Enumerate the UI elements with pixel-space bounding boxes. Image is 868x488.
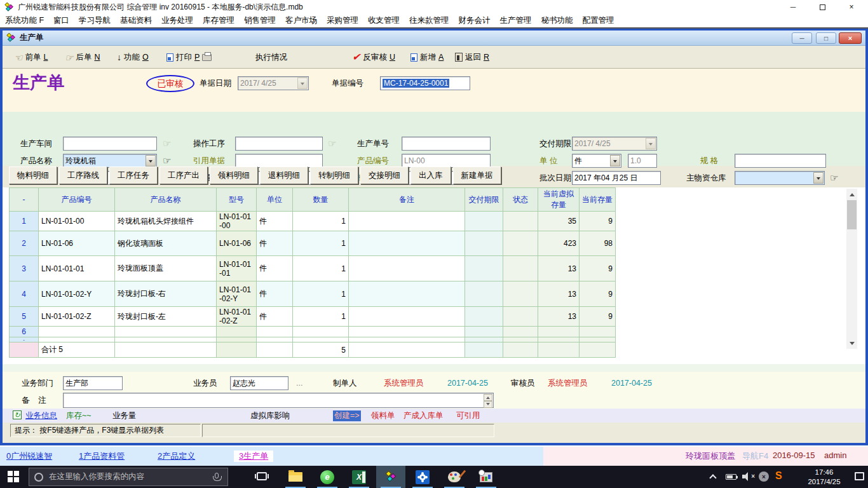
menu-item[interactable]: 系统功能 F <box>5 15 44 26</box>
menu-item[interactable]: 生产管理 <box>500 15 532 26</box>
return-button[interactable]: 返回R <box>455 50 489 64</box>
taskbar-erp-app[interactable] <box>376 466 405 488</box>
menu-item[interactable]: 业务处理 <box>161 15 193 26</box>
cell-product-name[interactable]: 玲珑封口板-左 <box>115 307 217 327</box>
cell-row-number[interactable]: 4 <box>10 281 39 307</box>
cell-unit[interactable]: 件 <box>257 231 293 256</box>
menu-item[interactable]: 库存管理 <box>203 15 234 26</box>
detail-tab[interactable]: 交接明细 <box>360 166 409 184</box>
warehouse-combo[interactable] <box>735 171 825 185</box>
unaudit-button[interactable]: ✔ 反审核U <box>352 50 395 64</box>
operation-input[interactable] <box>235 137 323 151</box>
cell-row-number[interactable]: 2 <box>10 231 39 256</box>
taskbar-search-box[interactable]: 在这里输入你要搜索的内容 <box>29 468 228 486</box>
column-header[interactable]: 产品名称 <box>115 188 217 212</box>
cell-qty[interactable]: 1 <box>293 307 349 327</box>
scroll-down-button[interactable] <box>846 338 857 349</box>
cell-unit[interactable]: 件 <box>257 212 293 231</box>
tray-x-circle-icon[interactable]: × <box>759 471 769 482</box>
operation-picker-hand-icon[interactable]: ☞ <box>328 137 336 151</box>
biz-info-link[interactable]: 业务信息 <box>25 410 57 421</box>
cell-note[interactable] <box>349 307 465 327</box>
cell-product-code[interactable]: LN-01-01-00 <box>39 212 115 231</box>
column-header[interactable]: 产品编号 <box>39 188 115 212</box>
cell-note[interactable] <box>349 327 465 337</box>
cell-qty[interactable]: 1 <box>293 281 349 307</box>
cell-product-name[interactable]: 玲珑机箱机头焊接组件 <box>115 212 217 231</box>
cell-deliver-date[interactable] <box>465 231 503 256</box>
cell-stock[interactable] <box>580 327 616 337</box>
dropdown-arrow-icon[interactable] <box>813 172 824 184</box>
menu-item[interactable]: 收支管理 <box>368 15 400 26</box>
column-header[interactable]: 单位 <box>257 188 293 212</box>
window-maximize-button[interactable]: □ <box>816 32 836 44</box>
app-close-button[interactable]: × <box>837 0 865 14</box>
cell-unit[interactable]: 件 <box>257 307 293 327</box>
cell-status[interactable] <box>503 231 538 256</box>
cell-virtual-stock[interactable]: 423 <box>538 231 580 256</box>
cell-row-number[interactable]: 5 <box>10 307 39 327</box>
cell-stock[interactable]: 9 <box>580 256 616 281</box>
finish-order-link[interactable]: 产成入库单 <box>403 410 444 421</box>
column-header[interactable]: 当前虚拟存量 <box>538 188 580 212</box>
cell-model[interactable]: LN-01-01-01 <box>217 256 257 281</box>
cell-virtual-stock[interactable]: 13 <box>538 281 580 307</box>
vertical-scrollbar[interactable] <box>846 189 857 349</box>
cell-deliver-date[interactable] <box>465 307 503 327</box>
cell-virtual-stock[interactable]: 35 <box>538 212 580 231</box>
cell-product-name[interactable] <box>115 327 217 337</box>
product-code-input[interactable]: LN-00 <box>402 154 491 168</box>
batch-date-input[interactable]: 2017 年04 月25 日 <box>572 171 661 185</box>
refresh-icon[interactable]: ↻ <box>13 410 22 419</box>
menu-item[interactable]: 学习导航 <box>79 15 111 26</box>
salesman-input[interactable]: 赵志光 <box>230 376 288 390</box>
menu-item[interactable]: 销售管理 <box>244 15 276 26</box>
table-row[interactable]: 2 LN-01-06 钢化玻璃面板 LN-01-06 件 1 423 98 <box>10 231 616 256</box>
create-label[interactable]: 创建=> <box>333 410 361 421</box>
detail-tab[interactable]: 工序产出 <box>159 166 208 184</box>
open-window-tab[interactable]: 2产品定义 <box>158 451 195 462</box>
tray-expand-icon[interactable] <box>709 474 716 481</box>
cell-qty[interactable]: 1 <box>293 231 349 256</box>
cell-note[interactable] <box>349 281 465 307</box>
spec-input[interactable] <box>735 154 826 168</box>
window-close-button[interactable]: × <box>839 32 862 44</box>
cell-stock[interactable]: 9 <box>580 281 616 307</box>
cell-product-code[interactable]: LN-01-01-01 <box>39 256 115 281</box>
cell-status[interactable] <box>503 327 538 337</box>
table-row[interactable]: 4 LN-01-01-02-Y 玲珑封口板-右 LN-01-01-02-Y 件 … <box>10 281 616 307</box>
taskbar-browser[interactable]: e <box>313 466 342 488</box>
cell-deliver-date[interactable] <box>465 327 503 337</box>
detail-tab[interactable]: 物料明细 <box>9 166 57 184</box>
column-header[interactable]: 型号 <box>217 188 257 212</box>
cell-product-name[interactable]: 钢化玻璃面板 <box>115 231 217 256</box>
detail-tab[interactable]: 工序任务 <box>109 166 158 184</box>
cell-model[interactable]: LN-01-06 <box>217 231 257 256</box>
note-spinner[interactable] <box>484 394 492 407</box>
cell-product-code[interactable]: LN-01-01-02-Z <box>39 307 115 327</box>
microphone-icon[interactable] <box>215 473 219 478</box>
product-name-combo[interactable]: 玲珑机箱 <box>63 154 157 168</box>
workshop-picker-hand-icon[interactable]: ☞ <box>163 137 171 151</box>
column-header[interactable]: 当前存量 <box>580 188 616 212</box>
stock-link[interactable]: 库存~~ <box>66 410 92 421</box>
deliver-date-picker[interactable]: 2017/ 4/25 <box>572 137 657 151</box>
action-center-icon[interactable] <box>855 472 864 480</box>
warehouse-picker-hand-icon[interactable]: ☞ <box>830 171 838 185</box>
cell-product-code[interactable]: LN-01-01-02-Y <box>39 281 115 307</box>
add-new-button[interactable]: 新增A <box>410 50 444 64</box>
detail-tab[interactable]: 新建单据 <box>453 166 501 184</box>
prod-order-input[interactable] <box>402 137 491 151</box>
cell-stock[interactable]: 9 <box>580 212 616 231</box>
cell-model[interactable] <box>217 327 257 337</box>
app-minimize-button[interactable]: ─ <box>779 0 807 14</box>
cell-deliver-date[interactable] <box>465 256 503 281</box>
menu-item[interactable]: 基础资料 <box>120 15 152 26</box>
cell-unit[interactable] <box>257 327 293 337</box>
cell-row-number[interactable]: 3 <box>10 256 39 281</box>
cell-deliver-date[interactable] <box>465 281 503 307</box>
open-window-tab[interactable]: 0广州锐速智 <box>6 451 52 462</box>
cell-product-name[interactable]: 玲珑封口板-右 <box>115 281 217 307</box>
doc-date-picker[interactable]: 2017/ 4/25 <box>238 76 309 90</box>
cell-status[interactable] <box>503 281 538 307</box>
